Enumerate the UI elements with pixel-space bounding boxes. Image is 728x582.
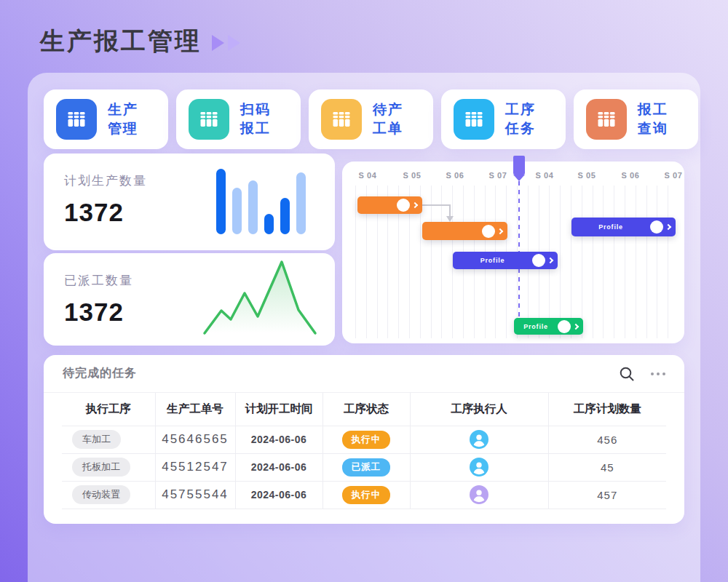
stat-card-dispatched-quantity: 已派工数量 1372 bbox=[44, 253, 335, 346]
dependency-arrow-icon bbox=[419, 202, 456, 224]
time-marker-pin[interactable] bbox=[513, 156, 525, 175]
planned-quantity: 456 bbox=[548, 426, 666, 453]
tab-label: 扫码 bbox=[240, 102, 271, 117]
pending-tasks-table: 执行工序 生产工单号 计划开工时间 工序状态 工序执行人 工序计划数量 车加工 … bbox=[62, 393, 666, 509]
bar bbox=[280, 198, 290, 234]
search-icon[interactable] bbox=[619, 366, 635, 382]
ledger-icon bbox=[321, 99, 362, 140]
timeline-tick: S 07 bbox=[488, 171, 507, 180]
tab-label: 报工 bbox=[638, 102, 668, 117]
drag-handle-icon[interactable] bbox=[650, 220, 663, 234]
bar bbox=[296, 172, 306, 234]
tab-bar: 生产管理 扫码报工 待产工单 工序任务 报工查询 bbox=[44, 89, 698, 149]
stat-card-planned-quantity: 计划生产数量 1372 bbox=[44, 154, 335, 250]
page-title: 生产报工管理 bbox=[40, 25, 202, 58]
gantt-task-bar[interactable] bbox=[422, 222, 507, 240]
ledger-icon bbox=[56, 99, 97, 140]
chevron-right-icon[interactable] bbox=[497, 228, 503, 234]
table-row: 托板加工 45512547 2024-06-06 已派工 45 bbox=[62, 453, 666, 481]
pending-tasks-card: 待完成的任务 执行工序 生产工单号 计划开工时间 工序状态 工序执行人 工序计划… bbox=[44, 355, 684, 524]
ledger-icon bbox=[454, 99, 494, 140]
tab-pending-orders[interactable]: 待产工单 bbox=[309, 89, 433, 149]
drag-handle-icon[interactable] bbox=[397, 199, 410, 212]
table-row: 传动装置 45755544 2024-06-06 执行中 457 bbox=[62, 481, 666, 509]
page-header: 生产报工管理 bbox=[40, 25, 240, 58]
ledger-icon bbox=[189, 99, 229, 140]
order-number: 45646565 bbox=[155, 426, 235, 453]
col-header-process: 执行工序 bbox=[62, 393, 155, 426]
col-header-start-time: 计划开工时间 bbox=[235, 393, 323, 426]
tab-label: 待产 bbox=[373, 102, 403, 117]
tab-label: 生产 bbox=[108, 102, 138, 117]
more-options-icon[interactable] bbox=[651, 372, 665, 375]
start-date: 2024-06-06 bbox=[235, 481, 323, 509]
timeline-tick: S 06 bbox=[446, 171, 464, 180]
mini-line-chart bbox=[201, 257, 319, 338]
timeline-tick: S 07 bbox=[664, 171, 682, 180]
tab-label: 管理 bbox=[108, 121, 138, 136]
gantt-bar-label: Profile bbox=[514, 323, 558, 330]
chevron-right-icon[interactable] bbox=[665, 224, 671, 230]
executor-avatar bbox=[470, 430, 488, 449]
planned-quantity: 45 bbox=[548, 453, 666, 481]
chevron-right-icon[interactable] bbox=[412, 202, 418, 208]
start-date: 2024-06-06 bbox=[235, 453, 323, 481]
timeline-tick: S 04 bbox=[535, 171, 553, 180]
tab-label: 报工 bbox=[240, 121, 271, 136]
order-number: 45512547 bbox=[155, 453, 235, 481]
arrow-right-icon bbox=[228, 35, 240, 51]
start-date: 2024-06-06 bbox=[235, 426, 323, 453]
mini-bar-chart bbox=[216, 167, 306, 234]
tab-label: 工序 bbox=[505, 102, 536, 117]
timeline-tick: S 04 bbox=[358, 171, 376, 180]
title-arrows-icon bbox=[212, 35, 240, 51]
tab-scan-report[interactable]: 扫码报工 bbox=[176, 89, 301, 149]
col-header-order-no: 生产工单号 bbox=[155, 393, 235, 426]
col-header-status: 工序状态 bbox=[323, 393, 410, 426]
chevron-right-icon[interactable] bbox=[547, 258, 553, 263]
task-card-title: 待完成的任务 bbox=[63, 366, 137, 381]
bar bbox=[216, 169, 226, 234]
status-badge: 执行中 bbox=[342, 486, 391, 504]
tab-label: 查询 bbox=[638, 121, 668, 136]
tab-label: 任务 bbox=[505, 121, 536, 136]
process-pill: 车加工 bbox=[72, 430, 121, 449]
drag-handle-icon[interactable] bbox=[532, 254, 545, 267]
table-row: 车加工 45646565 2024-06-06 执行中 456 bbox=[62, 426, 666, 453]
process-pill: 传动装置 bbox=[72, 485, 130, 504]
executor-avatar bbox=[470, 485, 488, 504]
bar bbox=[264, 214, 274, 234]
bar bbox=[232, 188, 242, 234]
drag-handle-icon[interactable] bbox=[482, 225, 495, 238]
gantt-task-bar[interactable]: Profile bbox=[514, 318, 583, 335]
executor-avatar bbox=[470, 458, 488, 477]
timeline-tick: S 05 bbox=[403, 171, 421, 180]
tab-production-management[interactable]: 生产管理 bbox=[44, 89, 168, 149]
task-card-header: 待完成的任务 bbox=[44, 355, 684, 393]
tab-report-query[interactable]: 报工查询 bbox=[574, 89, 698, 149]
tab-label: 工单 bbox=[373, 121, 403, 136]
order-number: 45755544 bbox=[155, 481, 235, 509]
chevron-right-icon[interactable] bbox=[573, 323, 579, 329]
gantt-task-bar[interactable]: Profile bbox=[571, 218, 676, 236]
ledger-icon bbox=[586, 99, 627, 140]
gantt-chart: S 04 S 05 S 06 S 07 S 04 S 05 S 06 S 07 … bbox=[342, 162, 684, 343]
col-header-executor: 工序执行人 bbox=[410, 393, 548, 426]
table-header-row: 执行工序 生产工单号 计划开工时间 工序状态 工序执行人 工序计划数量 bbox=[62, 393, 666, 426]
timeline-tick: S 06 bbox=[621, 171, 639, 180]
drag-handle-icon[interactable] bbox=[558, 320, 571, 333]
gantt-task-bar[interactable] bbox=[357, 196, 422, 214]
status-badge: 执行中 bbox=[342, 431, 391, 449]
process-pill: 托板加工 bbox=[72, 458, 130, 477]
arrow-right-icon bbox=[212, 35, 224, 51]
tab-process-tasks[interactable]: 工序任务 bbox=[441, 89, 566, 149]
gantt-bar-label: Profile bbox=[571, 223, 650, 231]
status-badge: 已派工 bbox=[342, 458, 391, 477]
planned-quantity: 457 bbox=[548, 481, 666, 509]
col-header-planned-qty: 工序计划数量 bbox=[548, 393, 666, 426]
timeline-tick: S 05 bbox=[577, 171, 596, 180]
bar bbox=[248, 180, 258, 234]
gantt-task-bar[interactable]: Profile bbox=[453, 252, 558, 269]
gantt-bar-label: Profile bbox=[453, 257, 532, 264]
